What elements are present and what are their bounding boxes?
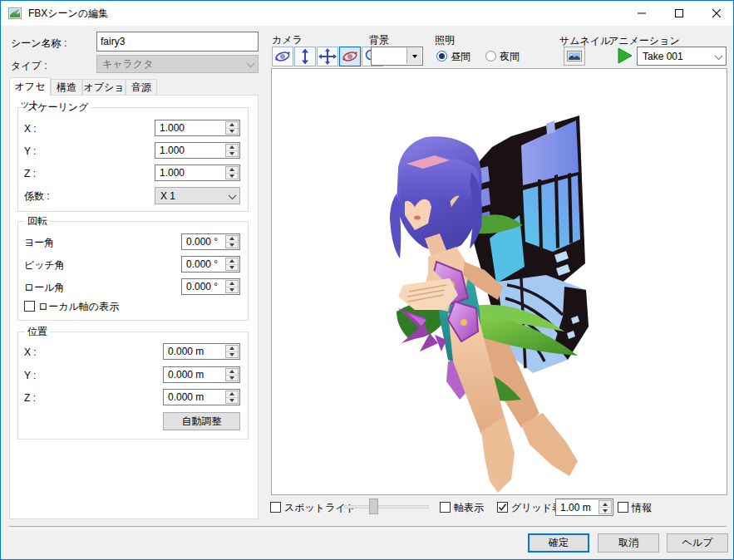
- spinner-buttons[interactable]: [599, 500, 612, 514]
- spin-down-icon: [226, 151, 238, 157]
- picture-icon: [567, 51, 582, 61]
- camera-orbit-red-button[interactable]: [339, 47, 361, 66]
- roll-value[interactable]: 0.000 °: [186, 281, 218, 292]
- camera-vertical-move-button[interactable]: [294, 47, 316, 66]
- info-checkbox[interactable]: [618, 502, 628, 513]
- lighting-night-label: 夜間: [500, 51, 520, 62]
- spinner-buttons[interactable]: [225, 280, 239, 293]
- help-button[interactable]: ヘルプ: [667, 533, 728, 553]
- dropdown-arrow-button[interactable]: [406, 48, 421, 64]
- animation-take-combobox[interactable]: Take 001: [637, 47, 727, 66]
- window-title: FBXシーンの編集: [28, 7, 108, 19]
- spinner-buttons[interactable]: [225, 391, 239, 404]
- position-x-value[interactable]: 0.000 m: [168, 346, 204, 357]
- scene-name-input[interactable]: [96, 32, 259, 52]
- scaling-factor-combobox[interactable]: X 1: [155, 187, 240, 204]
- roll-spinner[interactable]: 0.000 °: [181, 278, 240, 295]
- check-icon: [498, 503, 507, 512]
- spinner-buttons[interactable]: [225, 235, 239, 248]
- tab-structure[interactable]: 構造: [51, 79, 82, 96]
- axis-label: 軸表示: [454, 502, 484, 513]
- close-button[interactable]: [697, 1, 734, 26]
- type-label: タイプ :: [11, 60, 47, 71]
- spin-up-icon: [226, 236, 238, 243]
- spinner-buttons[interactable]: [225, 166, 239, 179]
- position-z-value[interactable]: 0.000 m: [168, 391, 204, 403]
- tab-offset[interactable]: オフセット: [9, 77, 51, 96]
- tab-sound[interactable]: 音源: [126, 79, 157, 96]
- scaling-x-spinner[interactable]: 1.000: [155, 120, 240, 136]
- spin-down-icon: [226, 265, 238, 271]
- spin-down-icon: [599, 508, 611, 513]
- axis-checkbox[interactable]: [440, 502, 451, 513]
- tab-options[interactable]: オプション: [82, 79, 126, 96]
- model-viewport[interactable]: [271, 68, 727, 495]
- spotlight-slider-track[interactable]: [344, 505, 429, 508]
- orbit-rotate-icon: [273, 48, 292, 65]
- lighting-night-radio[interactable]: [485, 51, 496, 61]
- spinner-buttons[interactable]: [225, 368, 239, 381]
- spotlight-slider-thumb[interactable]: [369, 499, 378, 514]
- maximize-button[interactable]: [660, 1, 697, 26]
- grid-checkbox[interactable]: [497, 502, 508, 513]
- yaw-value[interactable]: 0.000 °: [186, 236, 218, 248]
- scaling-factor-value: X 1: [160, 190, 175, 202]
- spinner-buttons[interactable]: [225, 258, 239, 271]
- camera-orbit-button[interactable]: [272, 47, 293, 66]
- chevron-down-icon: [229, 191, 237, 199]
- spotlight-checkbox[interactable]: [270, 502, 281, 513]
- camera-label: カメラ: [272, 34, 303, 46]
- camera-pan-button[interactable]: [317, 47, 338, 66]
- spin-up-icon: [226, 346, 238, 352]
- position-z-spinner[interactable]: 0.000 m: [163, 389, 240, 405]
- fairy-model-render: [272, 69, 727, 494]
- scaling-y-value[interactable]: 1.000: [160, 145, 185, 156]
- lighting-day-radio[interactable]: [436, 51, 447, 61]
- type-combobox: キャラクタ: [96, 55, 259, 73]
- grid-size-spinner[interactable]: 1.00 m: [555, 499, 613, 516]
- ok-button[interactable]: 確定: [528, 533, 589, 553]
- pitch-spinner[interactable]: 0.000 °: [181, 256, 240, 273]
- spinner-buttons[interactable]: [225, 144, 239, 157]
- animation-play-button[interactable]: [618, 47, 633, 64]
- pitch-value[interactable]: 0.000 °: [186, 258, 218, 270]
- position-x-spinner[interactable]: 0.000 m: [163, 343, 240, 360]
- footer-separator: [9, 526, 727, 529]
- spinner-buttons[interactable]: [225, 345, 239, 358]
- info-label: 情報: [632, 502, 652, 513]
- spin-down-icon: [226, 287, 238, 293]
- yaw-spinner[interactable]: 0.000 °: [181, 233, 240, 250]
- position-x-label: X :: [24, 346, 37, 358]
- background-color-combobox[interactable]: [371, 47, 423, 66]
- scaling-z-spinner[interactable]: 1.000: [155, 165, 240, 181]
- scaling-z-value[interactable]: 1.000: [160, 167, 185, 179]
- lighting-label: 照明: [435, 34, 455, 46]
- spin-up-icon: [226, 391, 238, 398]
- titlebar: FBXシーンの編集: [1, 1, 733, 26]
- window-icon: [8, 7, 22, 20]
- scaling-x-value[interactable]: 1.000: [160, 122, 185, 134]
- thumbnail-button[interactable]: [564, 47, 585, 66]
- local-axis-checkbox[interactable]: [24, 301, 35, 312]
- spin-up-icon: [226, 122, 238, 129]
- scaling-y-spinner[interactable]: 1.000: [155, 142, 240, 159]
- scene-name-label: シーン名称 :: [11, 37, 67, 49]
- pitch-label: ピッチ角: [24, 259, 65, 271]
- position-z-label: Z :: [24, 392, 36, 404]
- spin-down-icon: [226, 243, 238, 248]
- position-y-value[interactable]: 0.000 m: [168, 369, 204, 381]
- orbit-rotate-red-icon: [341, 48, 359, 65]
- position-y-spinner[interactable]: 0.000 m: [163, 366, 240, 383]
- position-group-title: 位置: [25, 326, 50, 337]
- chevron-down-icon: [715, 52, 723, 60]
- spinner-buttons[interactable]: [225, 121, 239, 135]
- grid-size-value[interactable]: 1.00 m: [560, 502, 591, 513]
- scene-name-value[interactable]: [97, 32, 264, 51]
- scaling-z-label: Z :: [24, 168, 36, 179]
- auto-adjust-button[interactable]: 自動調整: [163, 412, 240, 430]
- lighting-day-label: 昼間: [451, 51, 470, 62]
- spin-up-icon: [226, 258, 238, 265]
- cancel-button[interactable]: 取消: [598, 533, 659, 553]
- minimize-button[interactable]: [623, 1, 660, 26]
- scaling-y-label: Y :: [24, 145, 36, 157]
